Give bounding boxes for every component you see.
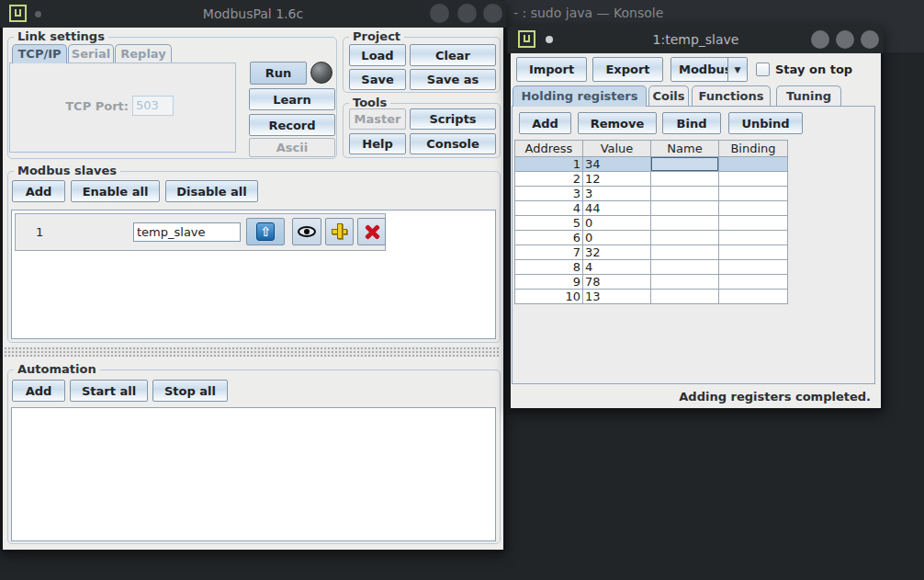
minimize-button[interactable]: [811, 30, 829, 49]
enable-all-button[interactable]: Enable all: [71, 180, 160, 202]
minimize-button[interactable]: [430, 4, 449, 23]
column-header-value[interactable]: Value: [583, 141, 651, 157]
registers-table: Address Value Name Binding 1 34 2 12 3 3: [514, 140, 788, 304]
modbuspal-titlebar[interactable]: ModbusPal 1.6c: [0, 0, 506, 28]
slave-delete-button[interactable]: [357, 218, 386, 245]
ascii-button: Ascii: [249, 138, 335, 157]
tab-tuning[interactable]: Tuning: [776, 85, 841, 107]
slave-duplicate-button[interactable]: [325, 218, 354, 245]
table-row[interactable]: 2 12: [515, 172, 788, 187]
modbus-slaves-title: Modbus slaves: [14, 164, 120, 177]
split-pane-divider[interactable]: [4, 347, 500, 357]
maximize-button[interactable]: [457, 4, 477, 23]
eye-icon: [298, 226, 316, 237]
tab-coils[interactable]: Coils: [648, 85, 689, 107]
slave-enable-button[interactable]: ⇧: [246, 218, 285, 245]
register-add-button[interactable]: Add: [519, 112, 571, 134]
mode-combobox[interactable]: Modbus ▼: [670, 57, 748, 82]
tab-serial[interactable]: Serial: [68, 44, 114, 63]
scripts-button[interactable]: Scripts: [410, 108, 496, 130]
learn-button[interactable]: Learn: [249, 88, 335, 110]
run-button[interactable]: Run: [250, 62, 307, 85]
column-header-name[interactable]: Name: [651, 141, 719, 157]
tab-tcpip[interactable]: TCP/IP: [12, 44, 67, 63]
table-row[interactable]: 3 3: [515, 187, 788, 201]
table-row[interactable]: 4 44: [515, 201, 788, 216]
column-header-address[interactable]: Address: [515, 141, 583, 157]
clear-button[interactable]: Clear: [410, 44, 496, 66]
slave-id: 1: [36, 225, 43, 239]
chevron-down-icon[interactable]: ▼: [727, 58, 747, 81]
stay-on-top-label: Stay on top: [775, 63, 852, 76]
stop-all-button[interactable]: Stop all: [152, 380, 228, 402]
slave-row[interactable]: 1 temp_slave ⇧: [15, 213, 386, 251]
maximize-button[interactable]: [836, 30, 854, 49]
help-button[interactable]: Help: [349, 133, 406, 154]
table-row[interactable]: 1 34: [515, 157, 788, 172]
konsole-title: - : sudo java — Konsole: [513, 6, 663, 20]
temp-slave-titlebar[interactable]: 1:temp_slave: [508, 26, 884, 53]
tab-functions[interactable]: Functions: [692, 85, 771, 107]
table-row[interactable]: 8 4: [515, 260, 788, 275]
table-row[interactable]: 10 13: [515, 290, 788, 304]
export-button[interactable]: Export: [592, 57, 663, 82]
plus-icon: [332, 223, 348, 240]
tab-holding-registers[interactable]: Holding registers: [513, 85, 647, 107]
status-message: Adding registers completed.: [679, 390, 871, 404]
load-button[interactable]: Load: [349, 44, 406, 66]
stay-on-top-checkbox[interactable]: [756, 63, 770, 76]
save-as-button[interactable]: Save as: [410, 69, 496, 90]
register-bind-button[interactable]: Bind: [662, 112, 721, 134]
master-button: Master: [349, 108, 406, 130]
modbuspal-window: ModbusPal 1.6c Link settings TCP/IP Seri…: [0, 0, 506, 552]
run-status-led-icon: [310, 62, 332, 84]
table-row[interactable]: 9 78: [515, 275, 788, 290]
record-button[interactable]: Record: [249, 114, 335, 136]
save-button[interactable]: Save: [349, 69, 406, 90]
slave-add-button[interactable]: Add: [12, 180, 65, 202]
register-remove-button[interactable]: Remove: [578, 112, 657, 134]
combobox-value: Modbus: [671, 58, 727, 81]
column-header-binding[interactable]: Binding: [719, 141, 788, 157]
table-row[interactable]: 5 0: [515, 216, 788, 231]
automation-add-button[interactable]: Add: [12, 380, 65, 402]
tcp-port-label: TCP Port:: [55, 99, 129, 113]
tools-title: Tools: [349, 96, 390, 109]
table-row[interactable]: 7 32: [515, 245, 788, 260]
console-button[interactable]: Console: [410, 133, 496, 154]
disable-all-button[interactable]: Disable all: [165, 180, 258, 202]
register-unbind-button[interactable]: Unbind: [728, 112, 803, 134]
table-row[interactable]: 6 0: [515, 231, 788, 245]
delete-x-icon: [364, 223, 380, 240]
project-title: Project: [349, 29, 404, 43]
slave-name-field[interactable]: temp_slave: [133, 222, 241, 242]
tcp-port-field[interactable]: 503: [132, 96, 174, 116]
start-all-button[interactable]: Start all: [70, 380, 148, 402]
automation-title: Automation: [14, 362, 100, 376]
import-button[interactable]: Import: [516, 57, 587, 82]
temp-slave-window: 1:temp_slave Import Export Modbus ▼ Stay…: [508, 26, 884, 411]
focused-name-cell[interactable]: [651, 157, 719, 172]
link-settings-title: Link settings: [14, 29, 108, 43]
close-button[interactable]: [483, 4, 502, 23]
tab-replay[interactable]: Replay: [115, 44, 172, 63]
close-button[interactable]: [861, 30, 879, 49]
enable-up-arrow-icon: ⇧: [256, 222, 275, 241]
automation-list-panel: [11, 407, 496, 541]
slave-view-button[interactable]: [292, 218, 321, 245]
table-header-row: Address Value Name Binding: [515, 141, 788, 157]
